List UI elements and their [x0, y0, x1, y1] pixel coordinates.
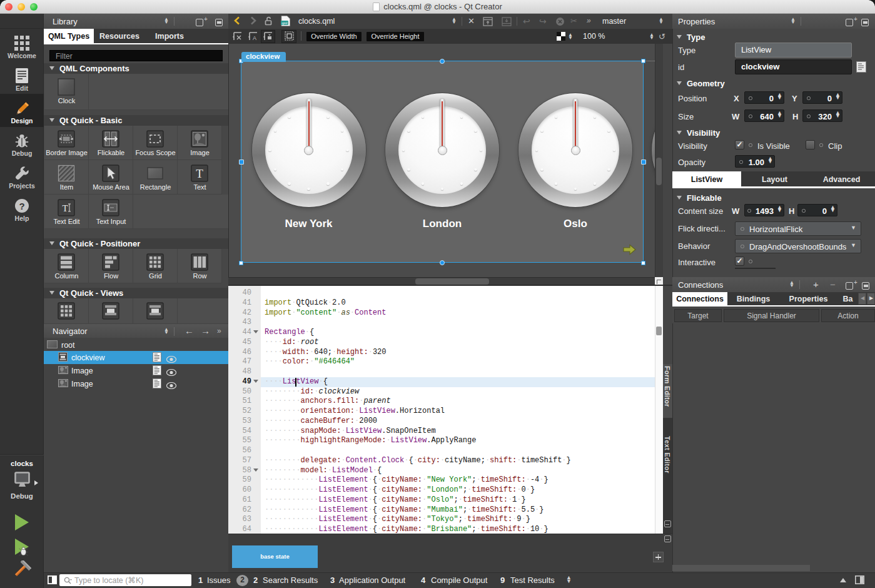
svg-text:T: T	[62, 203, 68, 213]
svg-text:qml: qml	[282, 21, 288, 25]
svg-text:T: T	[196, 167, 203, 180]
svg-text:A: A	[253, 35, 256, 41]
svg-text:?: ?	[19, 201, 24, 211]
